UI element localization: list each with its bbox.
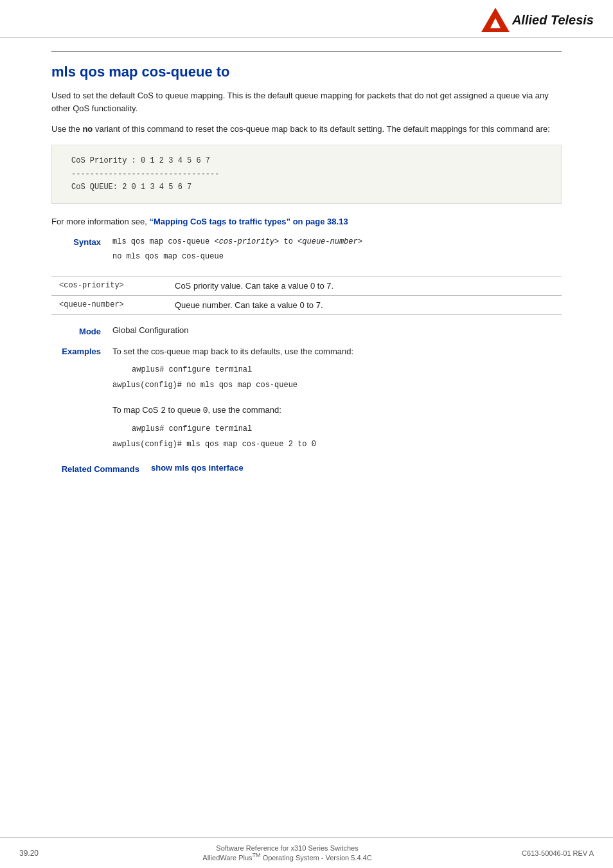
syntax-content: mls qos map cos-queue <cos-priority> to … (112, 236, 562, 266)
table-row: <queue-number> Queue number. Can take a … (51, 296, 562, 315)
param-name-cos-priority: <cos-priority> (51, 276, 167, 296)
footer-center: Software Reference for x310 Series Switc… (71, 844, 504, 862)
example1-code2: awplus(config)# no mls qos map cos-queue (112, 379, 562, 392)
page-header: Allied Telesis (0, 0, 613, 38)
footer-line2: AlliedWare PlusTM Operating System - Ver… (71, 852, 504, 862)
related-command-link[interactable]: show mls qos interface (151, 463, 244, 473)
syntax-section: Syntax mls qos map cos-queue <cos-priori… (51, 236, 562, 266)
intro-para-1: Used to set the default CoS to queue map… (51, 89, 562, 115)
mode-label: Mode (51, 325, 112, 336)
footer-line1: Software Reference for x310 Series Switc… (71, 844, 504, 852)
page-title: mls qos map cos-queue to (51, 64, 562, 80)
footer-revision: C613-50046-01 REV A (504, 849, 594, 857)
logo-area: Allied Telesis (481, 8, 594, 32)
intro-para-2: Use the no variant of this command to re… (51, 123, 562, 136)
examples-label: Examples (51, 345, 112, 356)
syntax-line-2: no mls qos map cos-queue (112, 251, 562, 263)
default-mapping-code: CoS Priority : 0 1 2 3 4 5 6 7 ---------… (51, 145, 562, 203)
parameter-table: <cos-priority> CoS priority value. Can t… (51, 276, 562, 315)
logo-icon (481, 8, 510, 32)
example1-desc: To set the cos-queue map back to its def… (112, 345, 562, 358)
info-link-para: For more information see, “Mapping CoS t… (51, 215, 562, 228)
table-row: <cos-priority> CoS priority value. Can t… (51, 276, 562, 296)
syntax-label: Syntax (51, 236, 112, 247)
page-footer: 39.20 Software Reference for x310 Series… (0, 837, 613, 868)
param-desc-cos-priority: CoS priority value. Can take a value 0 t… (167, 276, 562, 296)
example2-code1: awplus# configure terminal (112, 422, 562, 435)
related-commands-content: show mls qos interface (151, 463, 562, 473)
footer-page-number: 39.20 (19, 849, 71, 858)
example2-code2: awplus(config)# mls qos map cos-queue 2 … (112, 438, 562, 451)
logo-text: Allied Telesis (512, 13, 594, 28)
info-link[interactable]: “Mapping CoS tags to traffic types” on p… (149, 217, 348, 226)
mode-section: Mode Global Configuration (51, 325, 562, 336)
param-desc-queue-number: Queue number. Can take a value 0 to 7. (167, 296, 562, 315)
mode-value: Global Configuration (112, 325, 562, 335)
related-commands-label: Related Commands (51, 463, 151, 474)
examples-section: Examples To set the cos-queue map back t… (51, 345, 562, 454)
syntax-line-1: mls qos map cos-queue <cos-priority> to … (112, 236, 562, 248)
related-commands-section: Related Commands show mls qos interface (51, 463, 562, 474)
example1-code1: awplus# configure terminal (112, 363, 562, 376)
top-divider (51, 51, 562, 52)
main-content: mls qos map cos-queue to Used to set the… (0, 38, 613, 521)
param-name-queue-number: <queue-number> (51, 296, 167, 315)
examples-content: To set the cos-queue map back to its def… (112, 345, 562, 454)
example2-desc: To map CoS 2 to queue 0, use the command… (112, 404, 562, 417)
